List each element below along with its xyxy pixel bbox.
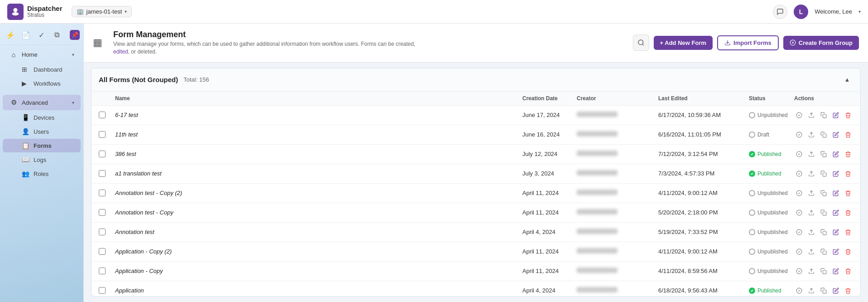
sidebar-label-workflows: Workflows — [34, 80, 61, 87]
row-checkbox[interactable] — [99, 151, 106, 157]
copy-action-button[interactable] — [819, 110, 828, 121]
row-checkbox[interactable] — [99, 131, 106, 138]
workspace-chevron-icon: ▾ — [125, 9, 127, 14]
search-button[interactable] — [633, 34, 649, 51]
import-forms-button[interactable]: Import Forms — [717, 35, 779, 50]
row-checkbox[interactable] — [99, 229, 106, 235]
table-row: Annotation test April 4, 2024 5/19/2024,… — [92, 223, 860, 242]
upload-action-button[interactable] — [806, 285, 816, 296]
upload-action-button[interactable] — [806, 246, 816, 257]
upload-action-button[interactable] — [806, 188, 816, 199]
create-form-group-button[interactable]: Create Form Group — [783, 36, 859, 50]
copy-action-button[interactable] — [819, 168, 828, 179]
edit-action-button[interactable] — [831, 207, 841, 218]
pin-button[interactable]: 📌 — [70, 30, 80, 40]
publish-action-button[interactable] — [794, 149, 804, 160]
delete-action-button[interactable] — [844, 207, 853, 218]
edit-action-button[interactable] — [831, 149, 841, 160]
delete-action-button[interactable] — [844, 129, 853, 140]
svg-rect-31 — [823, 251, 826, 254]
workspace-selector[interactable]: 🏢 james-01-test ▾ — [72, 6, 132, 17]
edit-action-button[interactable] — [831, 129, 841, 140]
sidebar-item-roles[interactable]: 👥 Roles — [3, 167, 81, 180]
row-checkbox[interactable] — [99, 209, 106, 216]
copy-action-button[interactable] — [819, 188, 828, 199]
copy-action-button[interactable] — [819, 129, 828, 140]
upload-action-button[interactable] — [806, 168, 816, 179]
sidebar-icon-copy[interactable]: ⧉ — [50, 28, 63, 42]
status-badge: Unpublished — [749, 229, 794, 235]
row-checkbox[interactable] — [99, 268, 106, 274]
row-checkbox[interactable] — [99, 190, 106, 196]
delete-action-button[interactable] — [844, 168, 853, 179]
collapse-button[interactable]: ▲ — [841, 74, 853, 86]
edited-link[interactable]: edited — [113, 49, 128, 55]
sidebar-icon-check[interactable]: ✓ — [34, 28, 48, 42]
edit-action-button[interactable] — [831, 285, 841, 296]
sidebar-item-users[interactable]: 👤 Users — [3, 125, 81, 138]
edit-action-button[interactable] — [831, 110, 841, 121]
delete-action-button[interactable] — [844, 246, 853, 257]
delete-action-button[interactable] — [844, 188, 853, 199]
publish-action-button[interactable] — [794, 285, 804, 296]
edit-action-button[interactable] — [831, 168, 841, 179]
row-checkbox[interactable] — [99, 287, 106, 294]
publish-action-button[interactable] — [794, 227, 804, 238]
creator-blur — [577, 268, 617, 273]
sidebar-item-forms[interactable]: 📋 Forms — [3, 139, 81, 152]
row-checkbox[interactable] — [99, 248, 106, 255]
edit-action-button[interactable] — [831, 188, 841, 199]
form-name: Application - Copy — [115, 268, 522, 274]
delete-action-button[interactable] — [844, 266, 853, 277]
copy-action-button[interactable] — [819, 149, 828, 160]
upload-action-button[interactable] — [806, 266, 816, 277]
publish-action-button[interactable] — [794, 110, 804, 121]
col-creation-date: Creation Date — [522, 95, 577, 102]
sidebar-icon-lightning[interactable]: ⚡ — [4, 28, 17, 42]
delete-action-button[interactable] — [844, 110, 853, 121]
delete-action-button[interactable] — [844, 149, 853, 160]
sidebar-item-workflows[interactable]: ▶ Workflows — [3, 77, 81, 90]
sidebar-item-dashboard[interactable]: ⊞ Dashboard — [3, 63, 81, 76]
copy-action-button[interactable] — [819, 227, 828, 238]
publish-action-button[interactable] — [794, 266, 804, 277]
publish-action-button[interactable] — [794, 207, 804, 218]
delete-action-button[interactable] — [844, 227, 853, 238]
actions-cell — [794, 168, 853, 179]
upload-action-button[interactable] — [806, 149, 816, 160]
status-badge: Unpublished — [749, 268, 794, 274]
upload-action-button[interactable] — [806, 227, 816, 238]
upload-action-button[interactable] — [806, 207, 816, 218]
actions-cell — [794, 110, 853, 121]
edit-action-button[interactable] — [831, 246, 841, 257]
sidebar-icon-document[interactable]: 📄 — [19, 28, 33, 42]
copy-action-button[interactable] — [819, 266, 828, 277]
sidebar-item-advanced[interactable]: ⚙ Advanced ▾ — [3, 95, 81, 110]
edit-action-button[interactable] — [831, 227, 841, 238]
user-menu-chevron-icon[interactable]: ▾ — [858, 9, 861, 14]
row-checkbox[interactable] — [99, 170, 106, 177]
publish-action-button[interactable] — [794, 246, 804, 257]
delete-action-button[interactable] — [844, 285, 853, 296]
sidebar-item-devices[interactable]: 📱 Devices — [3, 111, 81, 124]
upload-action-button[interactable] — [806, 110, 816, 121]
row-checkbox[interactable] — [99, 112, 106, 118]
publish-action-button[interactable] — [794, 168, 804, 179]
chat-button[interactable] — [773, 5, 787, 19]
sidebar-item-logs[interactable]: 📖 Logs — [3, 153, 81, 166]
copy-action-button[interactable] — [819, 285, 828, 296]
publish-action-button[interactable] — [794, 129, 804, 140]
copy-action-button[interactable] — [819, 207, 828, 218]
sidebar-item-home[interactable]: ⌂ Home ▾ — [3, 47, 81, 62]
upload-action-button[interactable] — [806, 129, 816, 140]
workspace-icon: 🏢 — [77, 8, 84, 15]
forms-icon: 📋 — [22, 142, 30, 149]
last-edited: 4/11/2024, 9:00:12 AM — [658, 248, 749, 255]
sidebar-label-devices: Devices — [34, 114, 54, 121]
status-badge: Unpublished — [749, 248, 794, 255]
add-new-form-button[interactable]: + Add New Form — [654, 36, 713, 50]
edit-action-button[interactable] — [831, 266, 841, 277]
copy-action-button[interactable] — [819, 246, 828, 257]
publish-action-button[interactable] — [794, 188, 804, 199]
advanced-icon: ⚙ — [9, 98, 18, 107]
